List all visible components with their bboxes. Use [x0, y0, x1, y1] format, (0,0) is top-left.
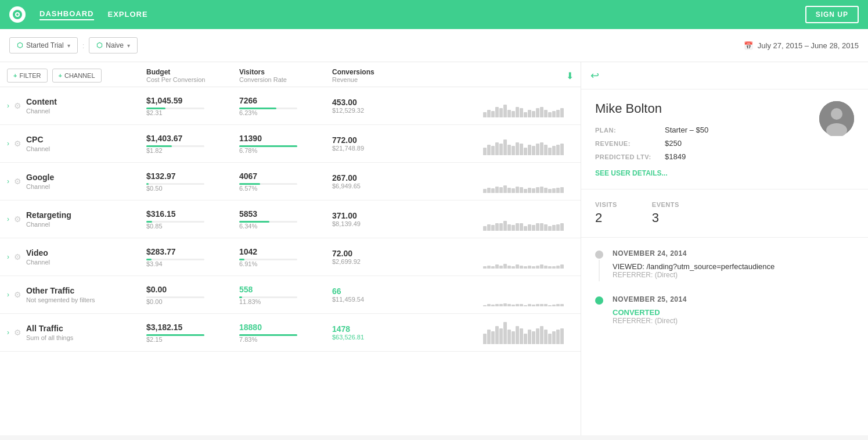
mini-bar	[540, 326, 543, 344]
revenue-val: $2,699.92	[332, 258, 469, 265]
conversion-rate-val: 6.34%	[239, 223, 318, 230]
mini-bar	[503, 139, 507, 155]
gear-icon[interactable]: ⚙	[14, 252, 21, 262]
mini-bar	[540, 107, 543, 117]
nav-explore[interactable]: EXPLORE	[108, 10, 148, 20]
row-visitors: 7266 6.23%	[232, 96, 325, 116]
naive-pill[interactable]: ⬡ Naive ▾	[89, 37, 138, 53]
filter-bar-left: ⬡ Started Trial ▾ : ⬡ Naive ▾	[9, 37, 138, 53]
mini-bar	[483, 266, 487, 269]
mini-bar	[516, 326, 519, 344]
mini-bar	[487, 330, 491, 344]
row-budget: $1,403.67 $1.82	[139, 134, 232, 154]
table-row[interactable]: › ⚙ All Traffic Sum of all things $3,182…	[0, 314, 581, 352]
row-chevron[interactable]: ›	[7, 139, 9, 148]
mini-bar	[483, 112, 487, 117]
mini-bar	[528, 110, 531, 117]
mini-bar	[528, 145, 531, 155]
row-visitors: 4067 6.57%	[232, 171, 325, 192]
gear-icon[interactable]: ⚙	[14, 177, 21, 186]
row-type: Channel	[26, 221, 50, 228]
started-trial-pill[interactable]: ⬡ Started Trial ▾	[9, 37, 78, 53]
right-panel-back: ↩	[581, 62, 868, 90]
row-chevron[interactable]: ›	[7, 253, 9, 261]
budget-col-label: Budget	[146, 68, 225, 76]
row-name-col: › ⚙ Video Channel	[0, 248, 139, 266]
back-arrow[interactable]: ↩	[590, 70, 599, 81]
mini-bar	[507, 110, 511, 117]
visitors-col-sub: Conversion Rate	[239, 76, 318, 83]
mini-bar	[536, 108, 539, 117]
gear-icon[interactable]: ⚙	[14, 290, 21, 299]
see-details-link[interactable]: SEE USER DETAILS...	[595, 169, 708, 177]
row-chart	[476, 321, 581, 344]
mini-bar	[487, 188, 491, 193]
row-conversions: 66 $11,459.54	[325, 287, 476, 303]
mini-bar	[520, 304, 523, 306]
gear-icon[interactable]: ⚙	[14, 101, 21, 110]
mini-bar	[536, 304, 539, 306]
row-visitors: 1042 6.91%	[232, 247, 325, 267]
mini-bar	[524, 189, 527, 193]
timeline-dot	[595, 296, 603, 305]
filter-button[interactable]: + FILTER	[7, 69, 48, 83]
row-chevron[interactable]: ›	[7, 215, 9, 223]
download-icon[interactable]: ⬇	[566, 70, 574, 81]
channel-button[interactable]: + CHANNEL	[52, 69, 102, 83]
visits-value: 2	[595, 210, 617, 226]
gear-icon[interactable]: ⚙	[14, 328, 21, 337]
row-type: Channel	[26, 259, 50, 266]
timeline-dot	[595, 251, 603, 259]
table-row[interactable]: › ⚙ Content Channel $1,045.59 $2.31 7266…	[0, 87, 581, 125]
table-row[interactable]: › ⚙ Google Channel $132.97 $0.50 4067 6.…	[0, 163, 581, 201]
timeline-date: NOVEMBER 25, 2014	[613, 295, 854, 303]
sign-up-button[interactable]: SIGN UP	[805, 6, 859, 23]
conversions-val: 1478	[332, 324, 469, 334]
mini-bar	[491, 331, 495, 344]
timeline-content: NOVEMBER 24, 2014 VIEWED: /landing?utm_s…	[613, 249, 854, 281]
conversions-val: 72.00	[332, 249, 469, 258]
row-chevron[interactable]: ›	[7, 102, 9, 110]
left-panel: + FILTER + CHANNEL Budget Cost Per Conve…	[0, 62, 581, 435]
table-row[interactable]: › ⚙ Other Traffic Not segmented by filte…	[0, 276, 581, 314]
table-row[interactable]: › ⚙ Retargeting Channel $316.15 $0.85 58…	[0, 201, 581, 238]
mini-bar	[491, 188, 495, 193]
mini-bar	[556, 224, 560, 231]
row-budget: $316.15 $0.85	[139, 209, 232, 230]
conversions-col-label: Conversions	[332, 68, 469, 76]
gear-icon[interactable]: ⚙	[14, 214, 21, 224]
gear-icon[interactable]: ⚙	[14, 139, 21, 148]
mini-bar	[532, 331, 535, 344]
nav-dashboard[interactable]: DASHBOARD	[39, 9, 94, 20]
row-visitors: 5853 6.34%	[232, 209, 325, 230]
row-chevron[interactable]: ›	[7, 177, 9, 185]
mini-bar	[528, 330, 531, 344]
mini-bar	[524, 112, 527, 117]
row-chart	[476, 245, 581, 269]
mini-bar	[495, 223, 499, 231]
row-name-col: › ⚙ CPC Channel	[0, 135, 139, 153]
row-chevron[interactable]: ›	[7, 291, 9, 299]
timeline-content: NOVEMBER 25, 2014 CONVERTED REFERRER: (D…	[613, 295, 854, 327]
conversion-rate-val: 6.91%	[239, 260, 318, 267]
mini-bar	[507, 266, 511, 269]
mini-bar	[516, 264, 519, 269]
mini-bar	[560, 304, 564, 306]
mini-bar	[540, 142, 543, 155]
table-row[interactable]: › ⚙ Video Channel $283.77 $3.94 1042 6.9…	[0, 238, 581, 276]
mini-chart	[483, 170, 574, 193]
row-budget: $1,045.59 $2.31	[139, 96, 232, 116]
row-conversions: 371.00 $8,139.49	[325, 211, 476, 227]
mini-bar	[491, 266, 495, 269]
row-type: Channel	[26, 108, 50, 115]
mini-bar	[552, 111, 556, 117]
table-row[interactable]: › ⚙ CPC Channel $1,403.67 $1.82 11390 6.…	[0, 125, 581, 163]
row-conversions: 267.00 $6,949.65	[325, 173, 476, 189]
mini-bar	[512, 111, 515, 117]
channel-btn-label: CHANNEL	[64, 72, 95, 79]
revenue-value: $250	[665, 139, 708, 148]
mini-bar	[532, 111, 535, 117]
table-header: + FILTER + CHANNEL Budget Cost Per Conve…	[0, 62, 581, 87]
mini-bar	[544, 304, 548, 306]
row-chevron[interactable]: ›	[7, 328, 9, 337]
